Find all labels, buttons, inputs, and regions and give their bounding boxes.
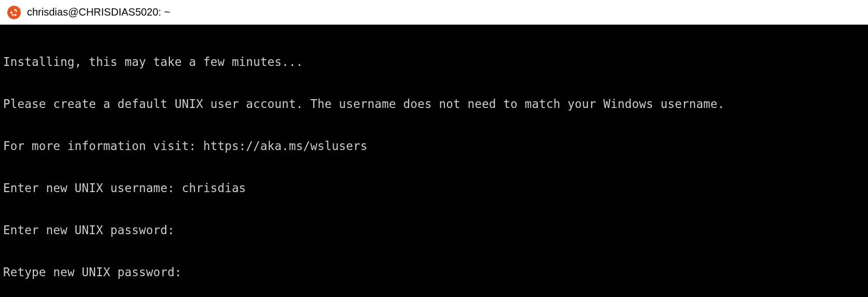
terminal-line: For more information visit: https://aka.… (3, 139, 865, 153)
ubuntu-icon (7, 6, 21, 19)
window-titlebar: chrisdias@CHRISDIAS5020: ~ (0, 0, 868, 25)
terminal-line: Installing, this may take a few minutes.… (3, 55, 865, 69)
terminal-line: Enter new UNIX username: chrisdias (3, 181, 865, 195)
terminal-area[interactable]: Installing, this may take a few minutes.… (0, 25, 868, 297)
svg-point-2 (15, 14, 17, 16)
terminal-line: Please create a default UNIX user accoun… (3, 97, 865, 111)
ubuntu-logo-svg (9, 8, 19, 17)
terminal-line: Retype new UNIX password: (3, 265, 865, 279)
window-title: chrisdias@CHRISDIAS5020: ~ (27, 6, 170, 18)
terminal-line: Enter new UNIX password: (3, 223, 865, 237)
